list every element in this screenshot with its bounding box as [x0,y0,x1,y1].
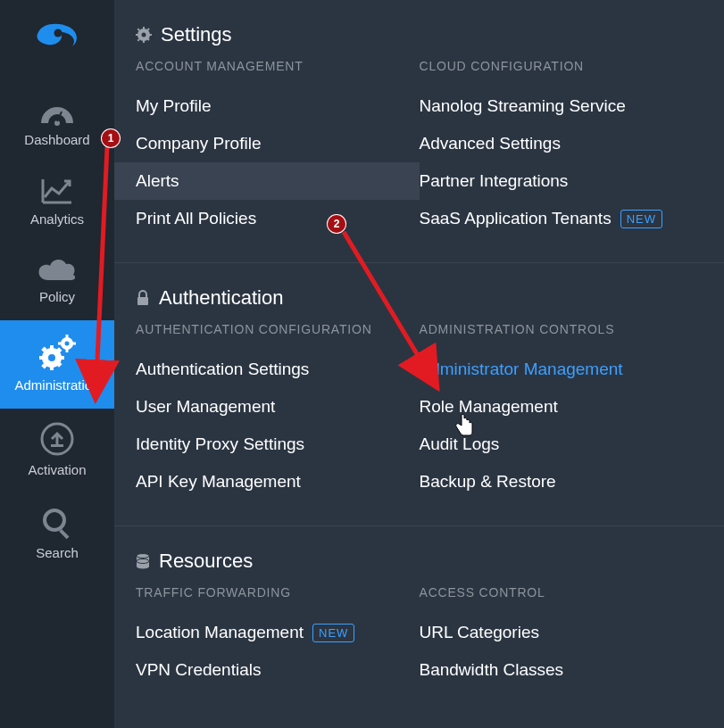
link-backup-restore[interactable]: Backup & Restore [420,463,703,500]
sidebar: Dashboard Analytics Policy [0,0,114,728]
gears-icon [36,333,79,372]
gear-icon [136,27,152,43]
col-title-account: ACCOUNT MANAGEMENT [136,59,420,73]
settings-left-col: ACCOUNT MANAGEMENT My Profile Company Pr… [136,59,420,237]
link-my-profile[interactable]: My Profile [136,87,420,125]
svg-rect-6 [50,365,54,370]
lock-icon [136,290,150,306]
nav-label: Policy [39,289,75,304]
nav-item-policy[interactable]: Policy [0,243,114,320]
link-saas-tenants[interactable]: SaaS Application Tenants NEW [420,200,703,237]
section-authentication: Authentication AUTHENTICATION CONFIGURAT… [114,263,724,526]
section-header-settings: Settings [136,23,703,46]
resources-right-col: ACCESS CONTROL URL Categories Bandwidth … [420,585,703,689]
col-title-traffic-forwarding: TRAFFIC FORWARDING [136,585,420,600]
svg-rect-25 [143,27,145,29]
link-nanolog-streaming[interactable]: Nanolog Streaming Service [420,87,703,125]
database-icon [136,553,150,569]
link-company-profile[interactable]: Company Profile [136,125,420,162]
link-print-all-policies[interactable]: Print All Policies [136,200,420,237]
nav-item-search[interactable]: Search [0,493,114,576]
zscaler-logo-icon [33,20,81,55]
gauge-icon [37,100,77,127]
svg-point-24 [142,33,146,37]
link-location-management[interactable]: Location Management NEW [136,614,420,651]
svg-rect-33 [137,297,148,305]
nav-label: Dashboard [24,132,89,147]
svg-rect-18 [72,343,76,345]
cloud-icon [36,255,79,284]
link-vpn-credentials[interactable]: VPN Credentials [136,651,420,689]
col-title-auth-config: AUTHENTICATION CONFIGURATION [136,322,420,336]
link-role-management[interactable]: Role Management [420,388,703,426]
new-badge: NEW [312,624,354,642]
svg-rect-28 [149,34,152,36]
nav-item-activation[interactable]: Activation [0,409,114,493]
col-title-cloud-config: CLOUD CONFIGURATION [420,59,703,73]
svg-rect-27 [136,34,138,36]
svg-point-21 [45,510,64,530]
link-bandwidth-classes[interactable]: Bandwidth Classes [420,651,703,689]
nav-label: Administration [14,377,99,393]
new-badge: NEW [620,210,662,228]
content-panel: Settings ACCOUNT MANAGEMENT My Profile C… [114,0,724,728]
settings-right-col: CLOUD CONFIGURATION Nanolog Streaming Se… [420,59,703,237]
link-alerts[interactable]: Alerts [114,162,420,200]
brand-logo [30,16,84,59]
auth-right-col: ADMINISTRATION CONTROLS Administrator Ma… [420,322,703,500]
search-icon [40,506,74,540]
link-partner-integrations[interactable]: Partner Integrations [420,162,703,200]
link-url-categories[interactable]: URL Categories [420,614,703,651]
svg-rect-16 [66,349,69,352]
col-title-access-control: ACCESS CONTROL [420,585,703,600]
section-title: Settings [161,23,232,46]
nav-item-analytics[interactable]: Analytics [0,163,114,243]
section-settings: Settings ACCOUNT MANAGEMENT My Profile C… [114,0,724,263]
nav-label: Activation [28,462,86,477]
svg-rect-22 [59,529,69,539]
auth-left-col: AUTHENTICATION CONFIGURATION Authenticat… [136,322,420,500]
svg-rect-15 [66,335,69,338]
svg-point-0 [54,29,62,37]
nav-label: Analytics [30,211,84,227]
activation-icon [39,421,75,457]
section-header-authentication: Authentication [136,286,703,310]
svg-rect-20 [51,444,63,447]
link-identity-proxy[interactable]: Identity Proxy Settings [136,426,420,463]
link-api-key[interactable]: API Key Management [136,463,420,500]
section-title: Resources [159,550,253,573]
link-audit-logs[interactable]: Audit Logs [420,426,703,463]
nav-item-administration[interactable]: Administration [0,320,114,409]
section-title: Authentication [159,286,283,310]
nav-label: Search [36,545,79,560]
link-user-management[interactable]: User Management [136,388,420,426]
link-advanced-settings[interactable]: Advanced Settings [420,125,703,162]
section-resources: Resources TRAFFIC FORWARDING Location Ma… [114,526,724,714]
svg-rect-17 [58,343,62,345]
svg-point-4 [48,354,55,361]
resources-left-col: TRAFFIC FORWARDING Location Management N… [136,585,420,689]
nav-item-dashboard[interactable]: Dashboard [0,87,114,163]
analytics-icon [39,176,75,206]
link-administrator-management[interactable]: Administrator Management [420,351,703,388]
section-header-resources: Resources [136,550,703,573]
svg-rect-7 [39,356,45,360]
svg-rect-8 [59,356,64,360]
link-authentication-settings[interactable]: Authentication Settings [136,351,420,388]
col-title-admin-controls: ADMINISTRATION CONTROLS [420,322,703,336]
svg-point-14 [65,342,70,346]
svg-rect-5 [50,345,54,351]
svg-rect-26 [143,40,145,43]
